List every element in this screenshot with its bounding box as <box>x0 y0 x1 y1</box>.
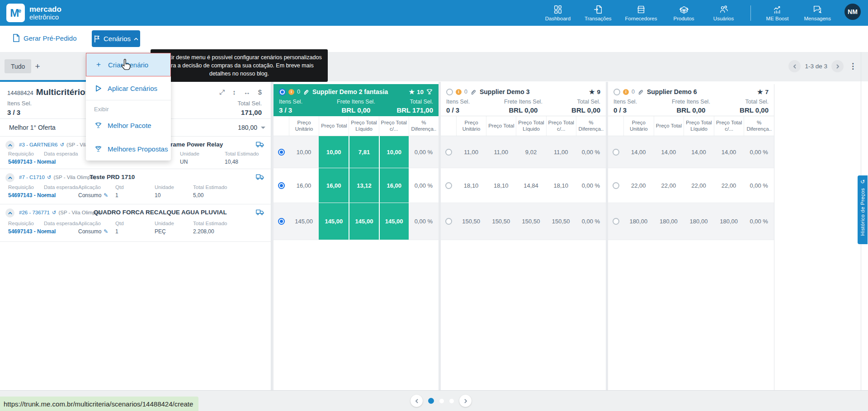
offer-radio[interactable] <box>278 182 285 189</box>
page-dot[interactable] <box>449 399 454 403</box>
melhor-oferta-value: 180,00 <box>238 124 257 131</box>
supplier-offer-rows: 14,0014,0014,0014,000,00 %22,0022,0022,0… <box>608 136 774 240</box>
requisicao-link[interactable]: 54697143 - Normal <box>8 228 56 235</box>
supplier-header-selected[interactable]: i 0 Supplier Demo 2 fantasia ★ 10 Itens … <box>274 84 439 116</box>
historico-de-precos-tab[interactable]: ↺ Histórico de Preços <box>858 175 868 244</box>
offer-radio[interactable] <box>445 218 452 225</box>
offer-row: 10,0010,007,8110,000,00 % <box>274 136 439 168</box>
offer-cell: 150,50 <box>546 203 576 240</box>
users-icon <box>719 5 729 14</box>
cenarios-tooltip: A partir deste menu é possível configura… <box>151 49 328 82</box>
offer-cell: 10,00 <box>379 136 409 168</box>
offer-radio[interactable] <box>613 182 619 189</box>
supplier-radio[interactable] <box>613 89 620 95</box>
requisicao-link[interactable]: 54697143 - Normal <box>8 159 56 165</box>
total-sel-stat: Total Sel. 171,00 <box>238 100 262 116</box>
tab-tudo[interactable]: Tudo <box>5 59 31 73</box>
offer-cell: 0,00 % <box>409 136 439 168</box>
paperclip-icon[interactable] <box>303 89 309 95</box>
offer-cell: 22,00 <box>654 168 684 203</box>
history-icon[interactable]: ↺ <box>47 175 51 180</box>
offer-radio[interactable] <box>445 182 452 189</box>
menu-item-melhor-pacote[interactable]: Melhor Pacote <box>86 113 171 137</box>
delivery-truck-icon[interactable] <box>256 174 264 180</box>
item-code-link[interactable]: #26 - 736771 ↺ (SP - Vila Olimpia) <box>19 210 101 216</box>
nav-fornecedores[interactable]: Fornecedores <box>625 5 657 21</box>
info-icon[interactable]: i <box>288 89 294 95</box>
item-code-link[interactable]: #7 - C1710 ↺ (SP - Vila Olimpia) <box>19 175 96 180</box>
gerar-pre-pedido-button[interactable]: Gerar Pré-Pedido <box>13 34 77 42</box>
field-label: Unidade <box>155 184 174 190</box>
offer-radio[interactable] <box>445 149 452 156</box>
collapse-item-button[interactable] <box>5 141 14 150</box>
offer-radio[interactable] <box>278 218 285 225</box>
expand-icon[interactable]: ⤢ <box>219 88 225 96</box>
edit-icon[interactable]: ✎ <box>104 192 108 198</box>
supplier-radio[interactable] <box>446 89 453 95</box>
horizontal-resize-icon[interactable]: ↔ <box>244 88 250 96</box>
nav-produtos[interactable]: Produtos <box>671 5 697 21</box>
more-options-icon[interactable]: ⋮ <box>848 61 858 71</box>
offer-cell: 0,00 % <box>576 136 606 168</box>
page-dot[interactable] <box>439 399 444 403</box>
info-icon[interactable]: i <box>623 89 629 95</box>
itens-sel-stat: Itens Sel. 3 / 3 <box>7 100 32 116</box>
col-preco-total-liquido: Preço Total Líquido <box>349 116 378 136</box>
col-preco-total: Preço Total <box>319 116 349 136</box>
itens-sel-label: Itens Sel. <box>7 100 32 107</box>
nav-transacoes[interactable]: Transações <box>585 5 612 21</box>
browser-status-url: https://trunk.me.com.br/multicriteria/sc… <box>0 397 198 411</box>
menu-item-criar-cenario[interactable]: + Criar Cenário <box>86 53 171 76</box>
offer-radio[interactable] <box>278 149 285 156</box>
add-view-button[interactable]: + <box>32 59 43 73</box>
delivery-truck-icon[interactable] <box>256 209 264 216</box>
requisicao-link[interactable]: 54697143 - Normal <box>8 192 56 198</box>
paperclip-icon[interactable] <box>470 89 476 95</box>
history-icon[interactable]: ↺ <box>60 142 64 147</box>
cenarios-button[interactable]: Cenários <box>92 30 140 47</box>
menu-item-label: Criar Cenário <box>108 61 148 69</box>
edit-icon[interactable]: ✎ <box>104 228 108 235</box>
user-avatar[interactable]: NM <box>844 4 861 20</box>
caret-down-icon[interactable] <box>261 127 265 131</box>
prev-page-button[interactable] <box>410 395 423 407</box>
field-label: Total Estimado <box>193 221 227 226</box>
currency-icon[interactable]: $ <box>258 88 262 96</box>
history-icon[interactable]: ↺ <box>52 210 56 215</box>
collapse-item-button[interactable] <box>5 208 14 217</box>
nav-me-boost[interactable]: ME Boost <box>764 5 791 21</box>
item-row: #7 - C1710 ↺ (SP - Vila Olimpia) Teste P… <box>0 169 271 204</box>
prev-suppliers-button[interactable] <box>788 60 801 72</box>
panel-tools: ⤢ ↕ ↔ $ <box>219 88 262 96</box>
nav-usuarios[interactable]: Usuários <box>711 5 737 21</box>
suppliers-right-border <box>774 84 774 390</box>
paperclip-icon[interactable] <box>637 89 643 95</box>
brand-logo[interactable]: Me <box>6 4 25 22</box>
brand-line1: mercado <box>29 5 61 14</box>
collapse-item-button[interactable] <box>5 173 14 182</box>
supplier-header[interactable]: i 0 Supplier Demo 6 ★ 7 Itens Sel.0 / 3 … <box>608 84 774 116</box>
supplier-radio[interactable] <box>279 89 286 95</box>
page-dot-active[interactable] <box>428 398 434 404</box>
nav-mensagens[interactable]: Mensagens <box>804 5 831 21</box>
supplier-header[interactable]: i 0 Supplier Demo 3 ★ 9 Itens Sel.0 / 3 … <box>441 84 606 116</box>
next-suppliers-button[interactable] <box>831 60 844 72</box>
offer-radio[interactable] <box>613 218 619 225</box>
item-code: #3 - GARTNER6 <box>19 142 57 147</box>
nav-dashboard[interactable]: Dashboard <box>545 5 571 21</box>
offer-cell: 14,00 <box>654 136 684 168</box>
supplier-offer-rows: 11,0011,009,0211,000,00 %18,1018,1014,84… <box>441 136 606 240</box>
offer-radio[interactable] <box>613 149 619 156</box>
menu-item-aplicar-cenarios[interactable]: Aplicar Cenários <box>86 76 171 100</box>
col-preco-total: Preço Total <box>486 116 516 136</box>
next-page-button[interactable] <box>459 395 472 407</box>
info-icon[interactable]: i <box>456 89 462 95</box>
delivery-truck-icon[interactable] <box>256 141 264 148</box>
offer-cell: 145,00 <box>379 203 409 240</box>
itens-sel-value: 3 / 3 <box>7 109 32 116</box>
nav-divider <box>750 5 751 21</box>
vertical-resize-icon[interactable]: ↕ <box>232 88 236 96</box>
store-icon <box>636 5 646 14</box>
menu-item-melhores-propostas[interactable]: Melhores Propostas <box>86 137 171 161</box>
trophy-check-icon <box>94 145 102 153</box>
